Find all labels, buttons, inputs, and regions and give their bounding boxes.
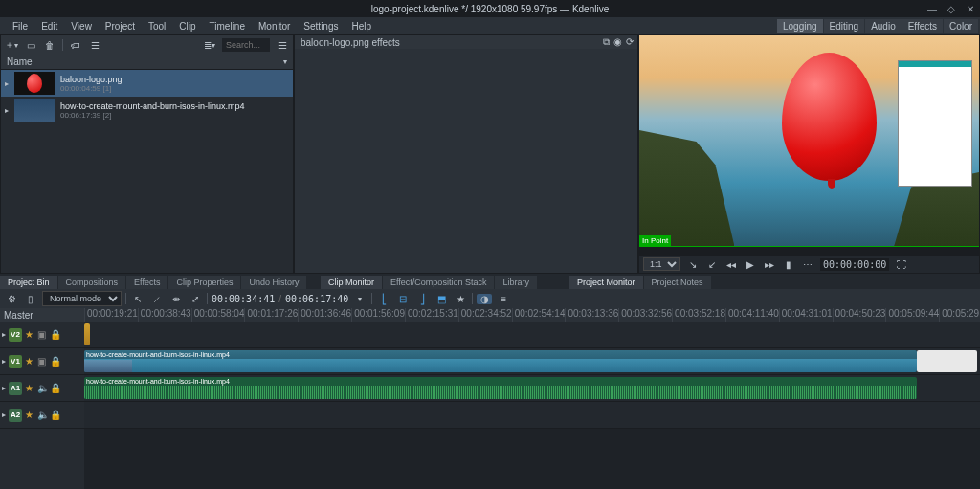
preview-render-icon[interactable]: ◑ — [477, 294, 492, 304]
lock-icon[interactable]: 🔒 — [50, 356, 59, 367]
gear-icon[interactable]: ⚙ — [4, 294, 19, 304]
mute-icon[interactable]: ▣ — [37, 356, 47, 367]
menu-clip[interactable]: Clip — [172, 21, 202, 32]
lock-icon[interactable]: 🔒 — [50, 329, 59, 340]
track-config-icon[interactable]: ▯ — [23, 294, 38, 304]
more-icon[interactable]: ≡ — [496, 294, 511, 304]
mute-icon[interactable]: ▣ — [37, 329, 47, 340]
lock-icon[interactable]: 🔒 — [50, 410, 59, 420]
track-header-v2[interactable]: ▸ V2 ★ ▣ 🔒 — [0, 322, 84, 348]
menu-settings[interactable]: Settings — [297, 21, 345, 32]
scale-select[interactable]: 1:1 — [643, 257, 680, 271]
tab-effects[interactable]: Effects — [126, 276, 167, 289]
bin-item[interactable]: ▸ baloon-logo.png 00:00:04:59 [1] — [1, 70, 293, 97]
delete-icon[interactable]: 🗑 — [43, 38, 56, 52]
expand-icon[interactable]: ▸ — [2, 384, 6, 392]
forward-icon[interactable]: ▸▸ — [763, 259, 776, 270]
options-icon[interactable]: ⋯ — [801, 259, 814, 270]
layout-tab-color[interactable]: Color — [944, 19, 978, 33]
layout-tab-logging[interactable]: Logging — [777, 19, 823, 33]
folder-icon[interactable]: ▭ — [24, 38, 37, 52]
expand-icon[interactable]: ▸ — [5, 79, 9, 88]
lock-icon[interactable]: 🔒 — [50, 383, 59, 393]
zone-in-icon[interactable]: ⎣ — [376, 294, 391, 304]
menu-monitor[interactable]: Monitor — [252, 21, 297, 32]
tab-clip-properties[interactable]: Clip Properties — [168, 276, 240, 289]
clip-audio[interactable]: how-to-create-mount-and-burn-isos-in-lin… — [84, 377, 917, 399]
expand-icon[interactable]: ▸ — [2, 330, 6, 339]
layout-tab-audio[interactable]: Audio — [865, 19, 902, 33]
layout-tab-editing[interactable]: Editing — [824, 19, 865, 33]
overwrite-icon[interactable]: ⬒ — [434, 294, 449, 304]
options-icon[interactable]: ☰ — [276, 38, 289, 52]
marker-split-icon[interactable]: ⊟ — [395, 294, 411, 304]
add-clip-button[interactable]: ＋▾ — [5, 38, 18, 52]
column-header[interactable]: Name ▾ — [1, 55, 293, 70]
rewind-icon[interactable]: ◂◂ — [724, 259, 738, 270]
eye-icon[interactable]: ◉ — [613, 36, 622, 48]
zone-out-icon[interactable]: ⎦ — [414, 294, 430, 304]
star-icon[interactable]: ★ — [25, 356, 34, 367]
clip-video[interactable]: how-to-create-mount-and-burn-isos-in-lin… — [84, 350, 917, 372]
menu-help[interactable]: Help — [345, 21, 379, 32]
mute-icon[interactable]: 🔈 — [37, 383, 47, 393]
menu-project[interactable]: Project — [99, 21, 142, 32]
tab-library[interactable]: Library — [495, 276, 537, 289]
track-header-a2[interactable]: ▸ A2 ★ 🔈 🔒 — [0, 402, 84, 429]
track-row[interactable]: how-to-create-mount-and-burn-isos-in-lin… — [84, 375, 980, 402]
track-row[interactable] — [84, 322, 980, 348]
menu-view[interactable]: View — [64, 21, 99, 32]
master-track[interactable]: Master — [0, 308, 84, 322]
razor-icon[interactable]: ⟋ — [149, 294, 165, 304]
monitor-viewport[interactable]: In Point — [639, 35, 979, 246]
timeline-ruler[interactable]: 00:00:19:2100:00:38:4300:00:58:0400:01:1… — [84, 308, 980, 322]
expand-icon[interactable]: ▸ — [2, 411, 6, 419]
tab-project-bin[interactable]: Project Bin — [0, 276, 57, 289]
minimize-button[interactable]: — — [926, 4, 938, 14]
tab-project-notes[interactable]: Project Notes — [644, 276, 711, 289]
favorite-icon[interactable]: ★ — [453, 294, 468, 304]
pointer-icon[interactable]: ↖ — [130, 294, 145, 304]
mute-icon[interactable]: 🔈 — [37, 410, 47, 420]
menu-file[interactable]: File — [6, 21, 34, 32]
timeline-tracks-area[interactable]: 00:00:19:2100:00:38:4300:00:58:0400:01:1… — [84, 308, 980, 489]
set-out-icon[interactable]: ↙ — [705, 259, 719, 270]
track-header-v1[interactable]: ▸ V1 ★ ▣ 🔒 — [0, 348, 84, 375]
clip-blank[interactable] — [917, 350, 978, 372]
spacer-icon[interactable]: ⇼ — [168, 294, 184, 304]
position-tc[interactable]: 00:00:34:41 — [212, 294, 275, 304]
track-header-a1[interactable]: ▸ A1 ★ 🔈 🔒 — [0, 375, 84, 402]
bin-item[interactable]: ▸ how-to-create-mount-and-burn-isos-in-l… — [1, 97, 293, 123]
tab-project-monitor[interactable]: Project Monitor — [569, 276, 643, 289]
layout-tab-effects[interactable]: Effects — [902, 19, 943, 33]
tag-icon[interactable]: 🏷 — [69, 38, 82, 52]
track-row[interactable] — [84, 402, 980, 429]
fullscreen-icon[interactable]: ⛶ — [895, 259, 908, 270]
menu-tool[interactable]: Tool — [142, 21, 172, 32]
tab-clip-monitor[interactable]: Clip Monitor — [321, 276, 382, 289]
tc-caret-icon[interactable]: ▾ — [352, 295, 368, 303]
track-row[interactable]: how-to-create-mount-and-burn-isos-in-lin… — [84, 348, 980, 375]
edit-mode-select[interactable]: Normal mode — [42, 291, 122, 306]
menu-timeline[interactable]: Timeline — [203, 21, 252, 32]
tab-effect-stack[interactable]: Effect/Composition Stack — [383, 276, 494, 289]
search-input[interactable] — [222, 38, 270, 52]
bypass-icon[interactable]: ⟳ — [626, 36, 634, 48]
tab-compositions[interactable]: Compositions — [58, 276, 126, 289]
expand-icon[interactable]: ▸ — [2, 357, 6, 366]
close-button[interactable]: ✕ — [965, 4, 976, 14]
timecode[interactable]: 00:00:00:00 — [820, 258, 889, 271]
view-mode-icon[interactable]: ≣▾ — [203, 38, 216, 52]
star-icon[interactable]: ★ — [25, 410, 34, 420]
compare-icon[interactable]: ⧉ — [603, 36, 610, 48]
filter-icon[interactable]: ☰ — [88, 38, 101, 52]
star-icon[interactable]: ★ — [25, 383, 34, 393]
set-in-icon[interactable]: ↘ — [686, 259, 700, 270]
maximize-button[interactable]: ◇ — [946, 4, 957, 14]
fit-icon[interactable]: ⤢ — [188, 294, 203, 304]
star-icon[interactable]: ★ — [25, 329, 34, 340]
clip-image[interactable] — [84, 323, 90, 345]
monitor-ruler[interactable] — [639, 246, 979, 256]
marker-icon[interactable]: ▮ — [782, 259, 795, 270]
menu-edit[interactable]: Edit — [34, 21, 64, 32]
